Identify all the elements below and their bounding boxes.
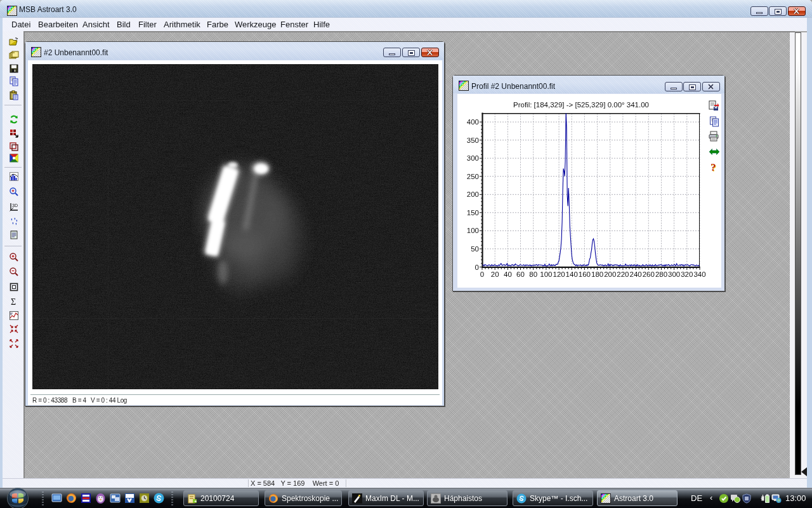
svg-text:Σ: Σ — [11, 297, 16, 307]
svg-text:20: 20 — [491, 271, 499, 278]
svg-text:280: 280 — [655, 271, 667, 278]
svg-text:260: 260 — [643, 271, 655, 278]
svg-text:200: 200 — [467, 190, 479, 198]
svg-text:140: 140 — [566, 271, 578, 278]
svg-text:240: 240 — [630, 271, 642, 278]
svg-text:400: 400 — [467, 118, 479, 126]
svg-text:40: 40 — [504, 271, 512, 278]
svg-text:340: 340 — [693, 271, 705, 278]
svg-text:350: 350 — [467, 137, 479, 144]
svg-text:100: 100 — [540, 271, 552, 278]
svg-text:180: 180 — [591, 271, 603, 278]
svg-text:150: 150 — [467, 209, 479, 217]
svg-text:Profil: [184,329] -> [525,329]: Profil: [184,329] -> [525,329] 0.00° 341… — [513, 101, 649, 109]
svg-text:250: 250 — [467, 173, 479, 180]
svg-text:100: 100 — [467, 227, 479, 234]
svg-text:60: 60 — [516, 271, 525, 278]
svg-text:300: 300 — [467, 154, 479, 162]
svg-text:200: 200 — [604, 271, 616, 278]
svg-text:3D: 3D — [12, 203, 18, 208]
svg-text:220: 220 — [617, 271, 629, 278]
svg-text:160: 160 — [579, 271, 591, 278]
svg-text:0: 0 — [475, 264, 479, 271]
svg-text:120: 120 — [553, 271, 565, 278]
svg-text:80: 80 — [529, 271, 537, 278]
svg-text:320: 320 — [681, 271, 693, 278]
svg-text:?: ? — [710, 162, 716, 173]
svg-text:300: 300 — [668, 271, 680, 278]
svg-text:50: 50 — [471, 245, 479, 253]
svg-text:0: 0 — [480, 271, 484, 278]
